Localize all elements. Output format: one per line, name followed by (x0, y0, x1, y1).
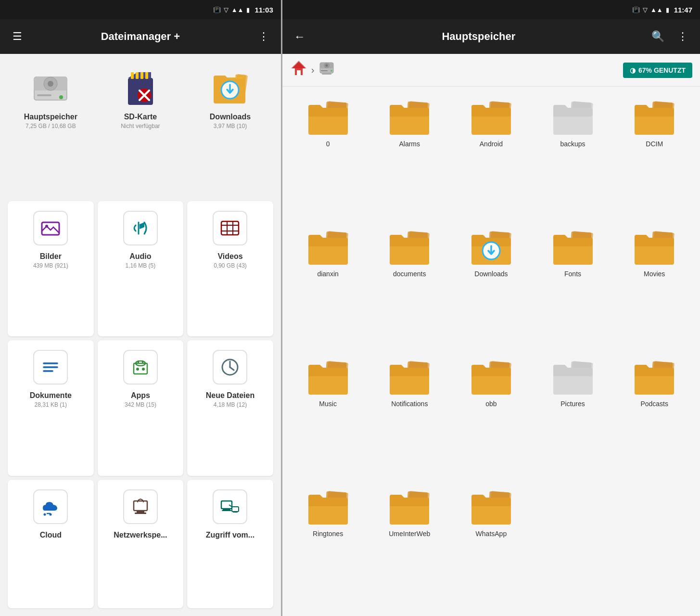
back-icon: ← (294, 30, 305, 43)
right-more-icon: ⋮ (677, 30, 688, 43)
folder-item-umelnterweb[interactable]: UmeInterWeb (369, 482, 449, 610)
breadcrumb-arrow: › (311, 64, 315, 76)
folder-item-documents[interactable]: documents (369, 222, 449, 350)
folder-documents-icon (385, 228, 433, 267)
grid-item-bilder[interactable]: Bilder 439 MB (921) (8, 201, 94, 337)
left-wifi-icon: ▽ (224, 6, 229, 13)
svg-rect-31 (134, 363, 147, 374)
folder-item-music[interactable]: Music (288, 352, 368, 480)
neue-dateien-sublabel: 4,18 MB (12) (214, 401, 247, 408)
left-time: 11:03 (255, 6, 273, 14)
svg-rect-43 (137, 511, 144, 513)
grid-item-dokumente[interactable]: Dokumente 28,31 KB (1) (8, 340, 94, 476)
grid-item-sd-karte[interactable]: SD-Karte Nicht verfügbar (98, 62, 184, 197)
folder-item-android[interactable]: Android (451, 92, 531, 220)
svg-rect-44 (135, 513, 146, 514)
right-signal-icon: ▲▲ (650, 6, 663, 13)
left-panel: 📳 ▽ ▲▲ ▮ 11:03 ☰ Dateimanager + ⋮ (0, 0, 281, 616)
search-button[interactable]: 🔍 (648, 27, 667, 46)
right-more-options-button[interactable]: ⋮ (673, 27, 692, 46)
grid-item-videos[interactable]: Videos 0,90 GB (43) (187, 201, 273, 337)
svg-rect-48 (232, 507, 239, 512)
bilder-icon (31, 209, 70, 247)
grid-item-apps[interactable]: Apps 342 MB (15) (98, 340, 184, 476)
folder-ringtones-icon (304, 488, 352, 526)
grid-item-downloads[interactable]: Downloads 3,97 MB (10) (187, 62, 273, 197)
svg-rect-9 (136, 72, 139, 79)
neue-dateien-label: Neue Dateien (206, 391, 255, 400)
bilder-sublabel: 439 MB (921) (33, 262, 68, 269)
cloud-label: Cloud (40, 531, 62, 539)
svg-point-21 (45, 225, 48, 228)
svg-rect-22 (221, 221, 239, 235)
svg-rect-45 (221, 501, 232, 509)
videos-label: Videos (217, 252, 242, 261)
folder-item-dianxin[interactable]: dianxin (288, 222, 368, 350)
folder-ringtones-label: Ringtones (313, 529, 343, 538)
more-options-button[interactable]: ⋮ (254, 27, 273, 46)
folder-fonts-icon (549, 228, 597, 267)
folder-item-downloads[interactable]: Downloads (451, 222, 531, 350)
grid-item-audio[interactable]: Audio 1,16 MB (5) (98, 201, 184, 337)
zugriff-icon (211, 488, 249, 526)
neue-dateien-icon (211, 348, 249, 386)
folder-item-ringtones[interactable]: Ringtones (288, 482, 368, 610)
svg-rect-33 (142, 360, 143, 364)
videos-icon (211, 209, 249, 247)
dokumente-icon (31, 348, 70, 386)
menu-button[interactable]: ☰ (8, 27, 27, 46)
grid-item-cloud[interactable]: Cloud (8, 480, 94, 609)
svg-rect-11 (145, 72, 148, 79)
videos-sublabel: 0,90 GB (43) (214, 262, 247, 269)
folder-item-whatsapp[interactable]: WhatsApp (451, 482, 531, 610)
downloads-icon (211, 69, 249, 108)
grid-item-neue-dateien[interactable]: Neue Dateien 4,18 MB (12) (187, 340, 273, 476)
folder-music-icon (304, 358, 352, 397)
folder-item-alarms[interactable]: Alarms (369, 92, 449, 220)
folder-item-podcasts[interactable]: Podcasts (614, 352, 694, 480)
folder-music-label: Music (319, 399, 337, 408)
folder-dcim-label: DCIM (646, 140, 663, 148)
right-toolbar: ← Hauptspeicher 🔍 ⋮ (282, 19, 700, 54)
storage-breadcrumb-icon[interactable] (318, 60, 335, 80)
folder-podcasts-icon (630, 358, 678, 397)
folder-item-0[interactable]: 0 (288, 92, 368, 220)
svg-rect-8 (131, 72, 134, 79)
sdcard-icon (121, 69, 160, 108)
folder-pictures-icon (549, 358, 597, 397)
svg-rect-46 (223, 509, 230, 510)
folder-item-dcim[interactable]: DCIM (614, 92, 694, 220)
apps-label: Apps (131, 391, 150, 400)
svg-rect-60 (322, 73, 331, 75)
folder-item-backups[interactable]: backups (533, 92, 613, 220)
folder-alarms-icon (385, 98, 433, 137)
folder-item-movies[interactable]: Movies (614, 222, 694, 350)
svg-point-35 (142, 368, 145, 371)
folder-item-obb[interactable]: obb (451, 352, 531, 480)
folder-item-pictures[interactable]: Pictures (533, 352, 613, 480)
folder-0-icon (304, 98, 352, 137)
folder-item-notifications[interactable]: Notifications (369, 352, 449, 480)
search-icon: 🔍 (651, 30, 664, 43)
home-breadcrumb-icon[interactable] (290, 60, 307, 80)
folder-documents-label: documents (393, 270, 426, 278)
bilder-label: Bilder (40, 252, 62, 261)
left-toolbar: ☰ Dateimanager + ⋮ (0, 19, 281, 54)
downloads-sublabel: 3,97 MB (10) (214, 123, 247, 129)
cloud-icon (31, 488, 70, 526)
folder-item-fonts[interactable]: Fonts (533, 222, 613, 350)
hamburger-icon: ☰ (13, 30, 22, 43)
grid-item-hauptspeicher[interactable]: Hauptspeicher 7,25 GB / 10,68 GB (8, 62, 94, 197)
hauptspeicher-label: Hauptspeicher (24, 113, 77, 121)
grid-item-netzwerkspe[interactable]: Netzwerkspe... (98, 480, 184, 609)
audio-sublabel: 1,16 MB (5) (126, 262, 156, 269)
folder-0-label: 0 (326, 140, 330, 148)
apps-sublabel: 342 MB (15) (125, 401, 156, 408)
folder-umelnterweb-icon (385, 488, 433, 526)
back-button[interactable]: ← (290, 27, 309, 46)
svg-rect-42 (134, 501, 147, 511)
folder-android-icon (467, 98, 515, 137)
folder-podcasts-label: Podcasts (640, 399, 668, 408)
grid-item-zugriff[interactable]: Zugriff vom... (187, 480, 273, 609)
svg-rect-58 (321, 70, 328, 71)
